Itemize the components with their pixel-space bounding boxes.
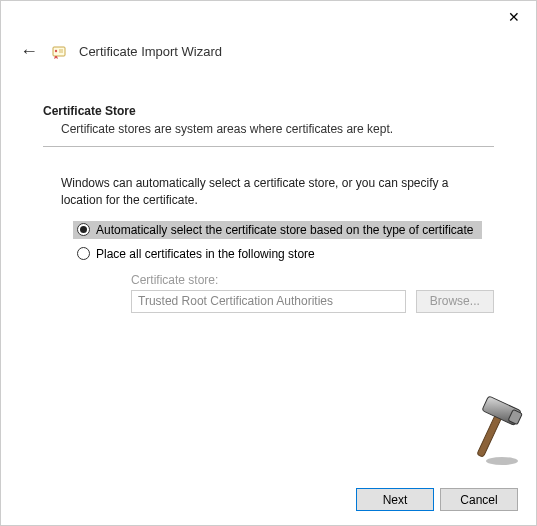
wizard-header: ← Certificate Import Wizard <box>1 33 536 74</box>
radio-manual-select[interactable]: Place all certificates in the following … <box>73 245 494 263</box>
intro-text: Windows can automatically select a certi… <box>61 175 476 209</box>
title-bar: ✕ <box>1 1 536 33</box>
svg-rect-0 <box>53 47 65 56</box>
radio-icon <box>77 247 90 260</box>
svg-rect-5 <box>482 396 521 426</box>
radio-manual-label: Place all certificates in the following … <box>96 247 315 261</box>
section-heading: Certificate Store <box>43 104 494 118</box>
svg-rect-6 <box>508 409 522 424</box>
divider <box>43 146 494 147</box>
hammer-watermark-icon <box>464 387 524 467</box>
wizard-title: Certificate Import Wizard <box>79 44 222 59</box>
store-row: Browse... <box>131 290 494 313</box>
certificate-icon <box>51 44 67 60</box>
svg-point-1 <box>55 49 57 51</box>
radio-auto-label: Automatically select the certificate sto… <box>96 223 474 237</box>
wizard-content: Certificate Store Certificate stores are… <box>1 74 536 313</box>
wizard-footer: Next Cancel <box>356 488 518 511</box>
radio-group: Automatically select the certificate sto… <box>73 221 494 313</box>
cancel-button[interactable]: Cancel <box>440 488 518 511</box>
close-button[interactable]: ✕ <box>491 2 536 32</box>
store-label: Certificate store: <box>131 273 494 287</box>
browse-button: Browse... <box>416 290 494 313</box>
svg-point-7 <box>486 457 518 465</box>
certificate-store-input <box>131 290 406 313</box>
radio-icon <box>77 223 90 236</box>
certificate-store-section: Certificate store: Browse... <box>131 273 494 313</box>
close-icon: ✕ <box>508 9 520 25</box>
radio-auto-select[interactable]: Automatically select the certificate sto… <box>73 221 482 239</box>
next-button[interactable]: Next <box>356 488 434 511</box>
back-arrow-icon[interactable]: ← <box>19 41 39 62</box>
section-description: Certificate stores are system areas wher… <box>61 122 494 136</box>
svg-rect-4 <box>477 414 502 457</box>
